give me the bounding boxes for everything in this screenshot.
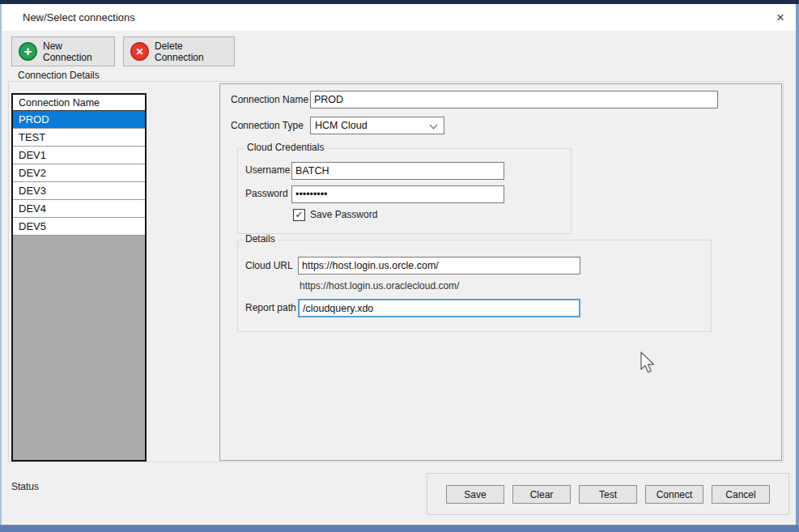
delete-connection-label: Delete Connection bbox=[155, 40, 226, 63]
save-password-label: Save Password bbox=[310, 208, 377, 222]
connect-button[interactable]: Connect bbox=[645, 485, 703, 504]
cloud-url-input[interactable] bbox=[298, 257, 580, 275]
connection-type-dropdown[interactable]: HCM Cloud bbox=[310, 117, 444, 134]
list-item-dev3[interactable]: DEV3 bbox=[13, 182, 145, 200]
list-item-prod[interactable]: PROD bbox=[13, 111, 145, 129]
connection-list-header: Connection Name bbox=[13, 95, 145, 111]
dialog-window: New/Select connections × + New Connectio… bbox=[0, 0, 799, 532]
new-connection-button[interactable]: + New Connection bbox=[11, 36, 115, 66]
connection-list-rows: PRODTESTDEV1DEV2DEV3DEV4DEV5 bbox=[13, 111, 145, 236]
connection-name-input[interactable] bbox=[310, 91, 718, 109]
chevron-down-icon bbox=[430, 121, 438, 130]
password-input[interactable] bbox=[291, 185, 504, 203]
list-item-dev4[interactable]: DEV4 bbox=[13, 200, 145, 218]
plus-icon: + bbox=[19, 42, 37, 61]
window-border-left bbox=[0, 4, 2, 532]
list-item-dev5[interactable]: DEV5 bbox=[13, 218, 145, 236]
cloud-credentials-group-title: Cloud Credentials bbox=[244, 143, 327, 153]
connection-type-value: HCM Cloud bbox=[315, 120, 368, 131]
list-item-test[interactable]: TEST bbox=[13, 129, 145, 147]
cloud-url-hint: https://host.login.us.oraclecloud.com/ bbox=[300, 279, 459, 293]
connection-details-group-title: Connection Details bbox=[15, 70, 103, 81]
report-path-input[interactable] bbox=[298, 299, 580, 317]
username-label: Username bbox=[245, 162, 290, 179]
new-connection-label: New Connection bbox=[43, 40, 106, 63]
details-group-title: Details bbox=[242, 234, 278, 245]
delete-connection-button[interactable]: ✕ Delete Connection bbox=[123, 36, 235, 66]
report-path-label: Report path bbox=[245, 300, 296, 317]
cancel-button[interactable]: Cancel bbox=[712, 485, 770, 504]
test-button[interactable]: Test bbox=[579, 485, 637, 504]
connection-list: Connection Name PRODTESTDEV1DEV2DEV3DEV4… bbox=[11, 93, 147, 462]
clear-button[interactable]: Clear bbox=[512, 485, 571, 504]
status-label: Status bbox=[11, 481, 39, 492]
window-title: New/Select connections bbox=[23, 4, 135, 31]
save-password-checkbox[interactable]: ✓ bbox=[293, 209, 305, 221]
list-item-dev2[interactable]: DEV2 bbox=[13, 164, 145, 182]
footer-button-panel: SaveClearTestConnectCancel bbox=[427, 473, 789, 515]
username-input[interactable] bbox=[291, 162, 504, 180]
save-button[interactable]: Save bbox=[446, 485, 504, 504]
connection-type-label: Connection Type bbox=[231, 117, 304, 134]
cross-icon: ✕ bbox=[130, 42, 149, 61]
close-icon[interactable]: × bbox=[769, 7, 792, 28]
title-bar: New/Select connections × bbox=[2, 4, 796, 31]
connection-name-label: Connection Name bbox=[231, 92, 308, 109]
password-label: Password bbox=[245, 185, 288, 202]
cloud-url-label: Cloud URL bbox=[245, 257, 293, 275]
list-item-dev1[interactable]: DEV1 bbox=[13, 147, 145, 164]
window-border-bottom bbox=[0, 525, 799, 532]
window-border-right bbox=[796, 4, 799, 532]
